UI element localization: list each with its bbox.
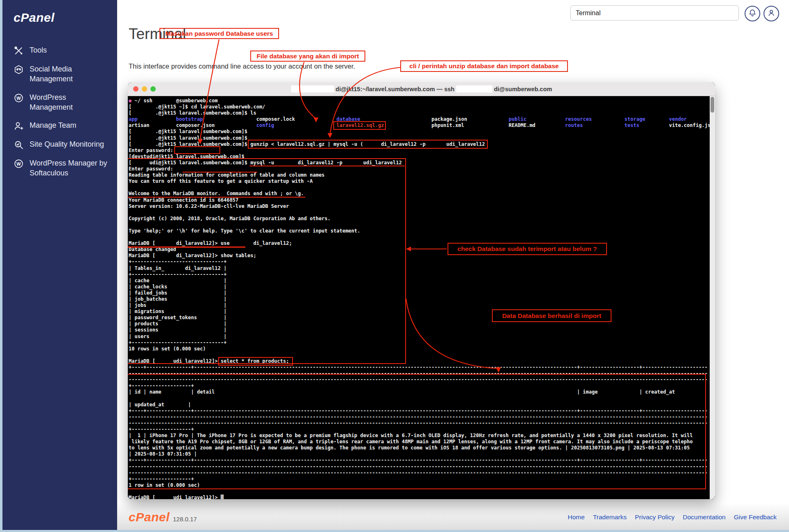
- highlight-products-result: [128, 374, 706, 489]
- window-edge-left: [0, 0, 2, 532]
- underline-use-database: [128, 246, 245, 248]
- notifications-button[interactable]: [745, 6, 760, 21]
- highlight-password-prompt: [174, 146, 220, 154]
- footer-link-documentation[interactable]: Documentation: [683, 514, 725, 521]
- account-button[interactable]: [764, 6, 779, 21]
- sidebar-item-label: Manage Team: [30, 120, 76, 130]
- window-edge-bottom: [0, 530, 789, 532]
- terminal-title-text: di@jkt15:~/laravel.sumberweb.com — ssh: [336, 86, 454, 92]
- bell-icon: [748, 8, 757, 19]
- page-description: This interface provides command line acc…: [129, 62, 355, 70]
- wordpress-icon: W: [14, 93, 24, 103]
- sidebar-item-tools[interactable]: Tools: [14, 41, 117, 60]
- sidebar-item-label: Social MediaManagement: [30, 64, 73, 84]
- redaction-block: [291, 85, 334, 92]
- footer-link-give-feedback[interactable]: Give Feedback: [734, 514, 777, 521]
- redaction-block: [456, 85, 492, 92]
- main-area: Terminal This interface provides command…: [117, 0, 789, 532]
- footer-link-trademarks[interactable]: Trademarks: [593, 514, 627, 521]
- highlight-select-query: [218, 357, 293, 366]
- cpanel-footer-logo: cPanel128.0.17: [129, 510, 197, 524]
- sidebar-item-manage-team[interactable]: Manage Team: [14, 116, 117, 135]
- highlight-sqlgz-file: [333, 121, 386, 130]
- underline-mariadb-welcome: [128, 197, 305, 198]
- sidebar-item-social-media-management[interactable]: Social MediaManagement: [14, 60, 117, 88]
- sidebar-item-wordpress-management[interactable]: WWordPressManagement: [14, 88, 117, 117]
- softaculous-wordpress-icon: W: [14, 159, 24, 169]
- terminal-title: di@jkt15:~/laravel.sumberweb.com — ssh d…: [128, 85, 715, 92]
- footer-links: HomeTrademarksPrivacy PolicyDocumentatio…: [568, 514, 777, 521]
- sidebar-item-label: Tools: [30, 45, 47, 55]
- sidebar-item-label: WordPress Manager bySoftaculous: [30, 158, 107, 178]
- callout-cli-command: cli / perintah unzip database dan import…: [400, 60, 568, 72]
- highlight-mysql-session: [128, 158, 406, 364]
- search-input[interactable]: [570, 5, 739, 21]
- tools-icon: [14, 46, 24, 56]
- scrollbar-thumb[interactable]: [711, 97, 714, 113]
- terminal-body[interactable]: ● ~/ ssh @sumberweb.com[ .@jkt15 ~]$ cd …: [128, 96, 715, 499]
- cpanel-logo: cPanel: [14, 11, 117, 25]
- callout-import-success: Data Database berhasil di import: [492, 309, 611, 322]
- callout-file-database: File database yang akan di import: [250, 51, 365, 62]
- terminal-scrollbar[interactable]: [710, 96, 715, 499]
- sidebar-item-site-quality-monitoring[interactable]: Site Quality Monitoring: [14, 135, 117, 154]
- footer-link-home[interactable]: Home: [568, 514, 585, 521]
- terminal-title-remote: di@sumberweb.com: [494, 86, 552, 92]
- terminal-titlebar: di@jkt15:~/laravel.sumberweb.com — ssh d…: [128, 82, 715, 96]
- sidebar: cPanel ToolsSocial MediaManagementWWordP…: [0, 0, 117, 532]
- callout-check-database: check Database sudah terimport atau belu…: [448, 243, 607, 255]
- manage-team-icon: [14, 121, 24, 131]
- sidebar-item-label: WordPressManagement: [30, 92, 73, 113]
- app-root: cPanel ToolsSocial MediaManagementWWordP…: [0, 0, 789, 532]
- svg-text:W: W: [16, 161, 21, 166]
- underline-mysql-command: [249, 166, 405, 166]
- footer: cPanel128.0.17 HomeTrademarksPrivacy Pol…: [117, 504, 789, 530]
- callout-password: Masukan password Database users: [159, 28, 279, 39]
- version-label: 128.0.17: [173, 516, 197, 523]
- site-quality-icon: [14, 140, 24, 150]
- sidebar-item-wordpress-manager-by-softaculous[interactable]: WWordPress Manager bySoftaculous: [14, 154, 117, 182]
- terminal-window: di@jkt15:~/laravel.sumberweb.com — ssh d…: [128, 82, 715, 499]
- footer-link-privacy-policy[interactable]: Privacy Policy: [635, 514, 674, 521]
- social-media-icon: [14, 64, 24, 75]
- user-icon: [767, 8, 776, 19]
- underline-enter-password: [182, 172, 257, 173]
- highlight-gunzip-command: [248, 140, 488, 149]
- svg-text:W: W: [16, 95, 21, 100]
- footer-brand: cPanel: [129, 510, 170, 524]
- sidebar-item-label: Site Quality Monitoring: [30, 139, 104, 149]
- sidebar-nav: ToolsSocial MediaManagementWWordPressMan…: [14, 41, 117, 182]
